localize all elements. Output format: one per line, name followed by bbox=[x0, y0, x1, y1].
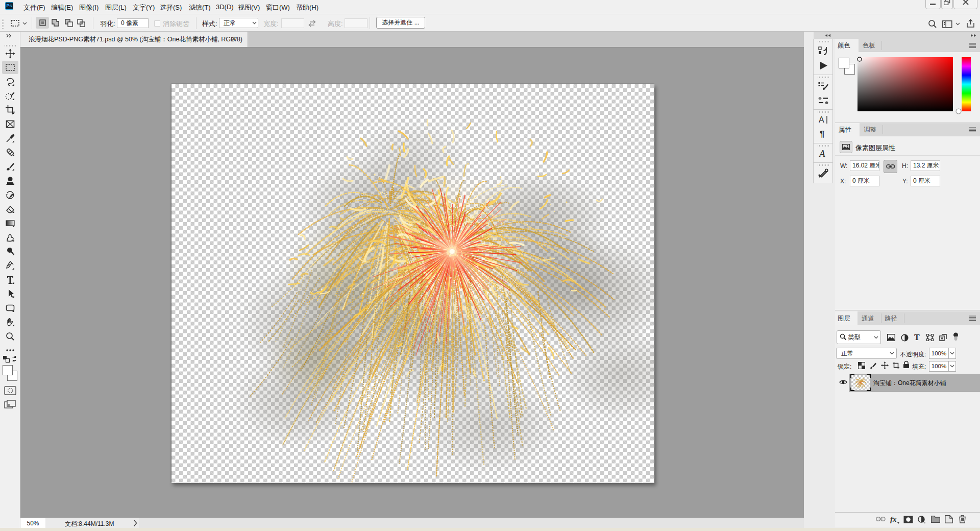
svg-text:T: T bbox=[914, 333, 920, 341]
svg-text:A: A bbox=[819, 115, 824, 124]
svg-text:fx: fx bbox=[890, 515, 897, 523]
svg-text:¶: ¶ bbox=[820, 129, 824, 138]
svg-text:A: A bbox=[819, 149, 825, 158]
